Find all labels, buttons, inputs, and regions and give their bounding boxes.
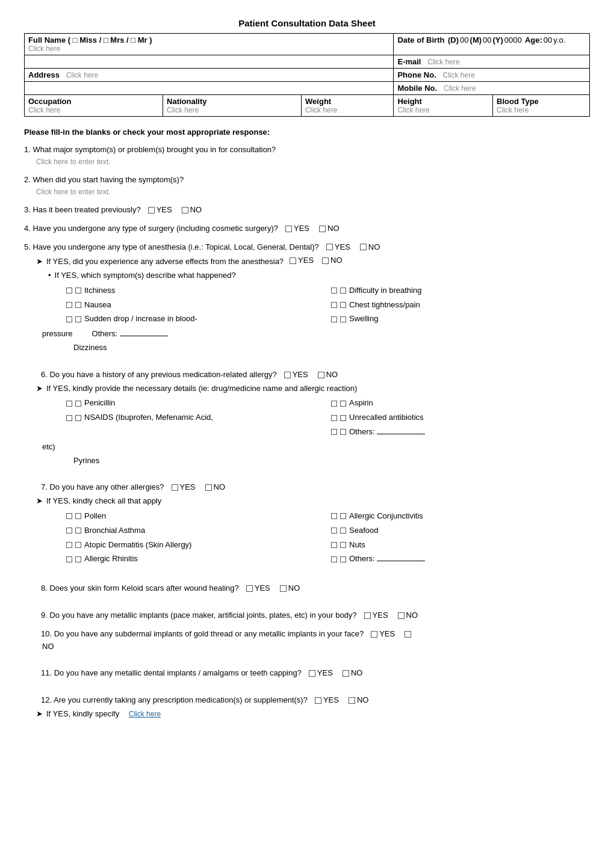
allergy-inner-4[interactable] xyxy=(340,415,346,421)
q4-yes-option[interactable]: YES xyxy=(285,223,309,235)
q5a-yes-checkbox[interactable] xyxy=(290,257,296,264)
q10-no-checkbox[interactable] xyxy=(405,631,411,638)
q5-no-checkbox[interactable] xyxy=(360,244,367,250)
phone-input[interactable]: Click here xyxy=(443,71,475,79)
q9-no-checkbox[interactable] xyxy=(398,612,405,619)
q5b-bullet: • xyxy=(48,269,51,282)
q7-text: 7. Do you have any other allergies? xyxy=(41,481,164,494)
q4-yes-checkbox[interactable] xyxy=(285,226,292,232)
q10-yes-label: YES xyxy=(379,628,395,641)
q10-no-option[interactable] xyxy=(405,631,411,638)
q8-yes-option[interactable]: YES xyxy=(246,582,270,595)
q12-yes-checkbox[interactable] xyxy=(315,697,321,704)
q7-yes-label: YES xyxy=(180,481,196,494)
q11-no-checkbox[interactable] xyxy=(343,670,349,677)
q5-yes-checkbox[interactable] xyxy=(326,244,333,250)
q8-no-checkbox[interactable] xyxy=(280,585,287,592)
q8-yes-checkbox[interactable] xyxy=(246,585,253,592)
q6-yes-checkbox[interactable] xyxy=(284,372,291,378)
weight-input[interactable]: Click here xyxy=(305,106,389,114)
anesthesia-inner-box-1[interactable] xyxy=(75,288,81,294)
q5a-no-checkbox[interactable] xyxy=(322,257,329,264)
dob-y-label: (Y) xyxy=(493,35,503,45)
anesthesia-check-bp: Sudden drop / increase in blood- xyxy=(66,313,325,325)
anesthesia-inner-box-4[interactable] xyxy=(340,288,346,294)
q6-yes-option[interactable]: YES xyxy=(284,369,308,381)
oa-inner-8[interactable] xyxy=(340,556,346,562)
oa-inner-7[interactable] xyxy=(340,542,346,548)
oa-inner-2[interactable] xyxy=(75,528,81,534)
q2-input[interactable]: Click here to enter text. xyxy=(36,186,590,198)
q6-no-checkbox[interactable] xyxy=(318,372,324,378)
oa-inner-5[interactable] xyxy=(340,513,346,519)
q12-no-option[interactable]: NO xyxy=(349,694,369,707)
address-label: Address xyxy=(28,70,60,79)
q7-yes-option[interactable]: YES xyxy=(172,481,196,494)
q5a-no-option[interactable]: NO xyxy=(322,254,343,267)
q9-yes-checkbox[interactable] xyxy=(364,612,371,619)
q8-no-option[interactable]: NO xyxy=(280,582,300,595)
dob-y-val[interactable]: 0000 xyxy=(504,35,522,45)
q6-no-option[interactable]: NO xyxy=(318,369,338,381)
q5-no-option[interactable]: NO xyxy=(360,241,380,254)
allergy-inner-3[interactable] xyxy=(340,401,346,407)
full-name-input[interactable]: Click here xyxy=(28,45,389,53)
q1-input[interactable]: Click here to enter text. xyxy=(36,156,590,168)
dob-m-val[interactable]: 00 xyxy=(483,35,491,45)
q10-yes-option[interactable]: YES xyxy=(371,628,395,641)
q5a-yes-option[interactable]: YES xyxy=(290,254,314,267)
allergy-inner-2[interactable] xyxy=(75,415,81,421)
q11-yes-checkbox[interactable] xyxy=(309,670,315,677)
allergy-inner-1[interactable] xyxy=(75,401,81,407)
oa-inner-3[interactable] xyxy=(75,542,81,548)
oa-inner-6[interactable] xyxy=(340,528,346,534)
q12a-link[interactable]: Click here xyxy=(129,709,161,720)
anesthesia-check-breathing: Difficulty in breathing xyxy=(331,285,590,297)
blood-type-input[interactable]: Click here xyxy=(497,106,586,114)
allergy-outer-2 xyxy=(66,415,72,421)
q9-no-option[interactable]: NO xyxy=(398,609,418,622)
q11-yes-option[interactable]: YES xyxy=(309,667,333,680)
oa-outer-4 xyxy=(66,556,72,562)
q4-no-option[interactable]: NO xyxy=(319,223,340,235)
allergy-inner-5[interactable] xyxy=(340,429,346,435)
address-input[interactable]: Click here xyxy=(66,71,98,79)
occupation-input[interactable]: Click here xyxy=(28,106,159,114)
email-input[interactable]: Click here xyxy=(427,58,459,66)
oa-outer-2 xyxy=(66,528,72,534)
q7-no-option[interactable]: NO xyxy=(205,481,226,494)
other-allergy-others: Others: xyxy=(331,553,590,565)
q6a-arrow: ➤ xyxy=(36,383,43,395)
q12-yes-option[interactable]: YES xyxy=(315,694,339,707)
q4-no-checkbox[interactable] xyxy=(319,226,326,232)
q3-yes-checkbox[interactable] xyxy=(148,207,155,214)
dob-d-val[interactable]: 00 xyxy=(460,35,468,45)
anesthesia-inner-box-3[interactable] xyxy=(75,316,81,322)
question-1-block: 1. What major symptom(s) or problem(s) b… xyxy=(24,144,590,168)
question-3-block: 3. Has it been treated previously? YES N… xyxy=(24,204,590,217)
age-val[interactable]: 00 xyxy=(544,35,552,45)
q7a-arrow: ➤ xyxy=(36,495,43,508)
q12-no-checkbox[interactable] xyxy=(349,697,355,704)
q3-no-option[interactable]: NO xyxy=(182,204,202,217)
height-input[interactable]: Click here xyxy=(397,106,489,114)
q7-no-checkbox[interactable] xyxy=(205,484,212,491)
anesthesia-inner-box-2[interactable] xyxy=(75,302,81,308)
mobile-input[interactable]: Click here xyxy=(444,84,476,93)
q5-yes-option[interactable]: YES xyxy=(326,241,350,254)
patient-info-table: Full Name ( □ Miss / □ Mrs / □ Mr ) Clic… xyxy=(24,33,590,117)
q3-yes-option[interactable]: YES xyxy=(148,204,172,217)
q11-no-option[interactable]: NO xyxy=(343,667,363,680)
oa-inner-1[interactable] xyxy=(75,513,81,519)
q9-yes-option[interactable]: YES xyxy=(364,609,388,622)
q7-yes-checkbox[interactable] xyxy=(172,484,178,491)
anesthesia-inner-box-5[interactable] xyxy=(340,302,346,308)
anesthesia-inner-box-6[interactable] xyxy=(340,316,346,322)
q6a-text: If YES, kindly provide the necessary det… xyxy=(46,383,357,395)
oa-inner-4[interactable] xyxy=(75,556,81,562)
q5a-yes-label: YES xyxy=(298,254,314,267)
blood-type-label: Blood Type xyxy=(497,97,586,106)
q10-yes-checkbox[interactable] xyxy=(371,631,377,638)
q3-no-checkbox[interactable] xyxy=(182,207,188,214)
nationality-input[interactable]: Click here xyxy=(167,106,297,114)
